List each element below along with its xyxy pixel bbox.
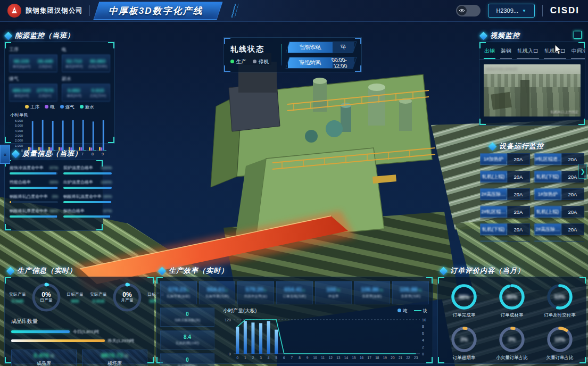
- status-legend-item: 停机: [253, 59, 269, 65]
- svg-text:5: 5: [275, 356, 277, 360]
- video-panel: 出钢装钢轧机入口轧机出口中间冷电动粗… 2023/07/03 12:05:37 …: [479, 41, 585, 126]
- svg-text:20: 20: [391, 356, 395, 360]
- stock-bar-yesterday: 昨天(1,293)吨: [5, 336, 154, 345]
- diamond-icon: [158, 267, 167, 275]
- hourly-output-chart: 1200108642001234567891011121314151617181…: [219, 314, 432, 365]
- order-gauge: 95% 订单成材率: [489, 284, 535, 319]
- diamond-icon: [440, 267, 448, 275]
- status-legend-item: 生产: [230, 59, 246, 65]
- legend-item: 吨: [397, 308, 408, 314]
- shift-time-banner: 班组时间 00:00-12:00: [285, 57, 357, 69]
- orders-panel: 98% 订单完成率 95% 订单成材率 53% 订单及时交付率 3% 订单超期率…: [437, 277, 586, 364]
- line-status-panel: 轧线状态 生产停机 当前班组 甲 班组时间 00:00-12:00: [223, 37, 362, 72]
- quality-item: 探伤合格率97%: [63, 208, 112, 218]
- efficiency-card: 106.86%负荷率(全部): [354, 281, 391, 304]
- diamond-icon: [4, 31, 13, 40]
- quality-item: 装炉温度合格率100%: [63, 165, 112, 174]
- energy-panel: 工序 68.226单耗(kgce/t) 39.449总耗(tce) 电 52.7…: [4, 41, 115, 144]
- svg-text:2,000: 2,000: [15, 139, 23, 142]
- order-gauge: 3% 小欠量订单占比: [489, 326, 535, 361]
- page-title: 中厚板3D数字化产线: [93, 2, 222, 20]
- svg-text:120: 120: [225, 318, 231, 322]
- energy-panel-title: 能源监控（当班）: [5, 31, 74, 40]
- svg-text:6: 6: [422, 331, 424, 335]
- legend-item: 电: [45, 104, 55, 111]
- device-item: 2#轧区辊…20A: [480, 206, 530, 218]
- svg-text:2: 2: [422, 345, 424, 349]
- order-gauge: 3% 订单超期率: [441, 326, 487, 361]
- device-item: 2#轧区辊道…20A: [534, 153, 584, 165]
- svg-text:10: 10: [313, 356, 318, 360]
- cctv-frame[interactable]: 2023/07/03 12:05:37 轧机出口上方固定: [484, 64, 581, 117]
- panel-expand-icon[interactable]: [574, 31, 582, 39]
- energy-chart-title: 小时单耗: [5, 111, 114, 119]
- shift-time-value: 00:00-12:00: [330, 57, 356, 69]
- energy-metrics: 工序 68.226单耗(kgce/t) 39.449总耗(tce) 电 52.7…: [5, 42, 114, 103]
- svg-text:11: 11: [321, 356, 325, 360]
- svg-text:8: 8: [299, 356, 301, 360]
- svg-text:23: 23: [414, 356, 418, 360]
- chevron-down-icon: ▼: [522, 9, 526, 13]
- quality-item: 出炉温度合格率100%: [63, 179, 112, 189]
- devices-panel: 1#加热炉20A 2#轧区辊道…20A 轧机(上辊)20A 轧机(下辊)20A …: [480, 153, 584, 242]
- svg-text:2: 2: [252, 356, 254, 360]
- video-tab[interactable]: 轧机入口: [517, 46, 539, 59]
- svg-text:18: 18: [375, 356, 379, 360]
- svg-text:3,000: 3,000: [15, 134, 23, 137]
- svg-text:0: 0: [422, 352, 424, 356]
- slab-warehouse-box: 8876.72吨 板坯库: [82, 350, 147, 366]
- quality-panel: 超快冷温度命中率97% 装炉温度合格率100% 性能合格率99% 出炉温度合格率…: [4, 160, 103, 231]
- svg-text:9: 9: [102, 152, 104, 156]
- svg-text:15: 15: [352, 356, 356, 360]
- video-tab[interactable]: 中间冷: [571, 46, 585, 59]
- collapse-right-handle[interactable]: ❯: [578, 164, 587, 179]
- device-item: 2#高压除…20A: [480, 188, 530, 200]
- stock-bar-today: 今日(1,801)吨: [5, 327, 154, 336]
- header: 陕钢集团汉钢公司 中厚板3D数字化产线 H2309...▼ CISDI: [0, 0, 588, 22]
- production-gauges: 实际产量0.045 0%日产量 目标产量900 实际产量0.916 0%月产量 …: [5, 277, 154, 313]
- svg-text:10: 10: [422, 318, 426, 322]
- energy-group: 工序 68.226单耗(kgce/t) 39.449总耗(tce): [9, 46, 57, 72]
- svg-text:4: 4: [422, 338, 424, 342]
- energy-group: 煤气 486.040单耗(m³/t) 277576总耗(m³): [9, 76, 57, 102]
- svg-text:9: 9: [307, 356, 309, 360]
- svg-text:0: 0: [229, 352, 231, 356]
- efficiency-mini: 0全天停机(次): [160, 353, 214, 366]
- legend-item: 块: [414, 308, 428, 314]
- svg-text:14: 14: [344, 356, 349, 360]
- shift-banner: 当前班组 甲: [285, 41, 357, 53]
- devices-panel-title: 设备运行监控: [490, 142, 544, 151]
- efficiency-card: 579.20s日历作业率(全): [237, 281, 274, 304]
- order-gauges: 98% 订单完成率 95% 订单成材率 53% 订单及时交付率 3% 订单超期率…: [438, 277, 586, 361]
- video-tab[interactable]: 装钢: [500, 46, 512, 59]
- svg-text:5,000: 5,000: [15, 124, 23, 127]
- svg-text:4: 4: [268, 356, 270, 360]
- video-tab[interactable]: 出钢: [484, 46, 495, 59]
- efficiency-minis: 0当班大板块数(块) 8.4轧机利用(小时) 0全天停机(次): [160, 307, 214, 366]
- collapse-left-handle[interactable]: «: [0, 145, 10, 164]
- legend-item: 煤气: [60, 104, 74, 111]
- efficiency-mini: 0当班大板块数(块): [160, 307, 214, 327]
- quality-item: 性能合格率99%: [10, 179, 58, 189]
- production-panel-title: 生产信息（实时）: [7, 266, 77, 276]
- diamond-icon: [6, 267, 15, 275]
- company-name: 陕钢集团汉钢公司: [26, 6, 83, 15]
- energy-group: 新水 6.682单耗(m³/t) 0.915总耗(万m³): [62, 76, 110, 102]
- divider: [281, 44, 282, 65]
- visibility-toggle[interactable]: [456, 5, 481, 16]
- legend-item: 工序: [25, 104, 39, 111]
- line-status-legend: 生产停机: [230, 59, 276, 65]
- orders-panel-title: 订单评价内容（当月）: [441, 266, 525, 276]
- diamond-icon: [12, 149, 20, 158]
- company-logo-icon: [7, 4, 21, 18]
- device-item: 2#高压除…20A: [534, 223, 584, 235]
- efficiency-card: 654.61s轧制节奏(当班): [199, 281, 236, 304]
- energy-legend: 工序电煤气新水: [5, 103, 114, 111]
- svg-text:13: 13: [336, 356, 341, 360]
- warehouse-boxes: 0.476吨 成品库 8876.72吨 板坯库: [5, 345, 154, 366]
- efficiency-card: 579.23s轧制节奏(全部): [160, 281, 197, 304]
- device-list: 1#加热炉20A 2#轧区辊道…20A 轧机(上辊)20A 轧机(下辊)20A …: [480, 153, 584, 242]
- line-selector-dropdown[interactable]: H2309...▼: [488, 4, 535, 18]
- energy-group: 电 52.713单耗(kWh/t) 80.883总耗(万kWh): [62, 46, 110, 72]
- svg-text:1,000: 1,000: [15, 144, 23, 147]
